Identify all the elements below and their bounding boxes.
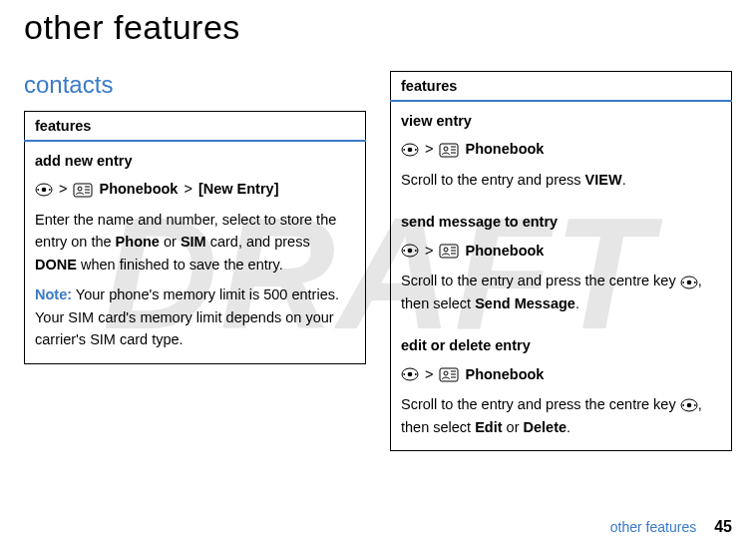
nav-path: > Phonebook [401,240,721,262]
nav-label-phonebook: Phonebook [465,363,544,385]
entry-title: edit or delete entry [401,334,721,356]
entry-body: Scroll to the entry and press VIEW. [401,169,721,191]
nav-label-phonebook: Phonebook [465,240,544,262]
svg-point-29 [682,281,684,283]
svg-point-21 [415,250,417,252]
nav-label-phonebook: Phonebook [465,138,544,160]
footer-label: other features [610,519,696,535]
svg-point-10 [408,147,413,152]
nav-label-newentry: [New Entry] [198,178,279,200]
key-label: Delete [524,419,567,435]
text: Scroll to the entry and press [401,172,585,188]
text: or [160,234,181,250]
text: . [567,419,570,435]
table-row: send message to entry > Phonebook [391,203,732,326]
phonebook-icon [73,182,93,198]
svg-point-23 [444,248,448,252]
phonebook-icon [439,366,459,382]
table-header: features [391,72,732,102]
svg-point-14 [444,147,448,151]
svg-point-2 [37,189,39,191]
svg-point-1 [42,187,47,192]
centre-key-icon [401,367,419,381]
nav-sep: > [59,178,67,200]
nav-path: > Phonebook [401,138,721,160]
svg-point-12 [415,149,417,151]
svg-point-3 [49,189,51,191]
table-header: features [25,112,366,142]
features-table-left: features add new entry > [24,111,366,364]
svg-point-30 [694,281,696,283]
key-label: VIEW [585,172,622,188]
table-row: edit or delete entry > Phonebook [391,326,732,450]
entry-title: send message to entry [401,211,721,233]
nav-path: > Phonebook [401,363,721,385]
text: . [622,172,626,188]
text: card, and press [206,234,310,250]
centre-key-icon [680,398,698,412]
entry-body: Scroll to the entry and press the centre… [401,393,721,438]
entry-body: Enter the name and number, select to sto… [35,209,355,275]
features-table-right: features view entry > [390,71,732,451]
text: . [575,295,579,311]
key-label: SIM [181,234,206,250]
centre-key-icon [401,244,419,258]
entry-title: view entry [401,110,721,132]
svg-point-11 [403,149,405,151]
text: Scroll to the entry and press the centre… [401,273,680,288]
svg-point-32 [408,372,413,377]
key-label: Phone [116,234,160,250]
phonebook-icon [439,142,459,158]
table-row: add new entry > Phonebook > [New Entr [25,141,366,363]
page-title: other features [24,8,732,47]
key-label: Edit [475,419,502,435]
nav-sep: > [425,363,433,385]
entry-body: Scroll to the entry and press the centre… [401,270,721,314]
entry-title: add new entry [35,150,355,172]
svg-point-43 [694,404,696,406]
page-number: 45 [714,518,732,536]
note-text: Your phone's memory limit is 500 entries… [35,286,339,347]
table-row: view entry > Phonebook Sc [391,101,732,203]
nav-path: > Phonebook > [New Entry] [35,178,355,200]
svg-point-33 [403,373,405,375]
svg-point-42 [682,404,684,406]
svg-point-34 [415,373,417,375]
phonebook-icon [439,243,459,259]
text: or [503,419,524,435]
key-label: Send Message [475,295,575,311]
note-label: Note: [35,286,72,302]
svg-point-41 [686,403,691,408]
key-label: DONE [35,257,77,273]
entry-note: Note: Your phone's memory limit is 500 e… [35,283,355,350]
svg-point-36 [444,371,448,375]
nav-label-phonebook: Phonebook [99,178,178,200]
centre-key-icon [680,275,698,289]
svg-point-28 [686,279,691,284]
svg-point-5 [78,187,82,191]
text: Scroll to the entry and press the centre… [401,396,680,412]
section-heading-contacts: contacts [24,71,366,99]
centre-key-icon [401,143,419,157]
nav-sep: > [184,178,191,200]
centre-key-icon [35,183,53,197]
nav-sep: > [425,240,433,262]
text: when finished to save the entry. [77,257,283,273]
page-footer: other features 45 [610,518,732,536]
svg-point-20 [403,250,405,252]
svg-point-19 [408,249,413,254]
nav-sep: > [425,138,433,160]
